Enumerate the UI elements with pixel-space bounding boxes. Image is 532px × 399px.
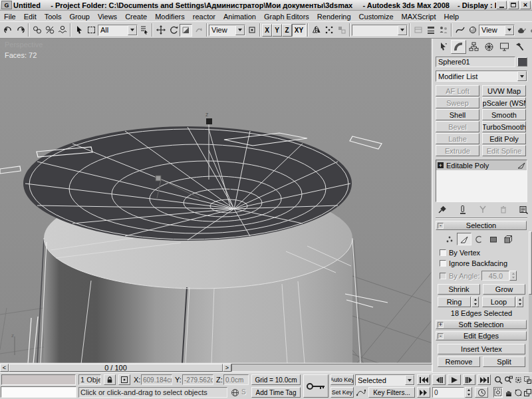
grow-button[interactable]: Grow bbox=[483, 284, 525, 295]
menu-views[interactable]: Views bbox=[94, 13, 121, 21]
ring-button[interactable]: Ring bbox=[438, 297, 471, 307]
curve-editor-button[interactable] bbox=[454, 24, 466, 37]
next-frame-button[interactable] bbox=[463, 374, 475, 385]
mirror-button[interactable] bbox=[310, 24, 323, 37]
selection-lock-button[interactable] bbox=[104, 374, 116, 385]
select-scale-button[interactable] bbox=[180, 24, 192, 37]
play-button[interactable] bbox=[448, 374, 461, 385]
edit-edges-rollout-header[interactable]: - Edit Edges bbox=[436, 331, 527, 340]
panel-scrollbar[interactable] bbox=[529, 231, 532, 372]
panel-scrollbar-thumb[interactable] bbox=[529, 231, 532, 295]
collapse-icon[interactable]: - bbox=[438, 333, 444, 339]
restore-button[interactable] bbox=[508, 1, 519, 9]
loop-button[interactable]: Loop bbox=[482, 297, 515, 307]
add-time-tag[interactable]: Add Time Tag bbox=[251, 387, 301, 398]
time-slider-track[interactable] bbox=[231, 364, 432, 372]
remove-button[interactable]: Remove bbox=[438, 356, 480, 367]
unlink-button[interactable] bbox=[43, 24, 56, 37]
show-end-result-button[interactable] bbox=[458, 205, 467, 214]
modifier-stack-entry[interactable]: + Editable Poly bbox=[436, 160, 527, 170]
menu-animation[interactable]: Animation bbox=[219, 13, 260, 21]
menu-help[interactable]: Help bbox=[440, 13, 464, 21]
z-coordinate-field[interactable]: 0.0cm bbox=[223, 374, 249, 385]
menu-customize[interactable]: Customize bbox=[355, 13, 398, 21]
frame-spinner[interactable] bbox=[465, 387, 472, 398]
time-step-forward-button[interactable]: > bbox=[223, 364, 231, 372]
collapse-icon[interactable]: - bbox=[438, 223, 444, 229]
perspective-viewport[interactable]: z z x bbox=[0, 39, 432, 364]
insert-vertex-button[interactable]: Insert Vertex bbox=[438, 344, 525, 354]
configure-modifier-sets-button[interactable] bbox=[519, 205, 528, 214]
loop-spinner[interactable] bbox=[516, 297, 523, 307]
minimize-button[interactable] bbox=[496, 1, 507, 9]
y-coordinate-field[interactable]: -279.562cm bbox=[182, 374, 213, 385]
stack-expand-icon[interactable]: + bbox=[438, 162, 444, 168]
render-type-dropdown[interactable]: View bbox=[479, 25, 515, 36]
menu-rendering[interactable]: Rendering bbox=[313, 13, 355, 21]
restrict-x-button[interactable]: X bbox=[262, 24, 272, 37]
current-frame-field[interactable]: 0 bbox=[432, 387, 464, 398]
border-mode-button[interactable] bbox=[471, 233, 486, 245]
modifier-button-turbosmooth[interactable]: TurboSmooth bbox=[482, 121, 526, 132]
manage-layers-button[interactable] bbox=[424, 24, 437, 37]
expand-icon[interactable]: + bbox=[438, 322, 444, 328]
dropdown-arrow-icon[interactable] bbox=[405, 375, 414, 385]
modifier-button-edit-poly[interactable]: Edit Poly bbox=[482, 133, 526, 144]
select-object-button[interactable] bbox=[72, 24, 85, 37]
layer-manager-button[interactable] bbox=[412, 24, 424, 37]
maxscript-listener-pink[interactable] bbox=[1, 374, 76, 385]
tab-create[interactable] bbox=[436, 40, 451, 54]
modifier-button-smooth[interactable]: Smooth bbox=[482, 109, 526, 120]
go-to-end-button[interactable] bbox=[477, 374, 491, 385]
align-button[interactable] bbox=[335, 24, 348, 37]
tab-motion[interactable] bbox=[481, 40, 497, 54]
selection-filter-dropdown[interactable]: All bbox=[98, 25, 138, 36]
zoom-button[interactable] bbox=[493, 374, 503, 385]
select-by-name-button[interactable] bbox=[138, 24, 150, 37]
selection-set-dropdown[interactable]: Selected bbox=[355, 374, 415, 386]
set-keys-button[interactable] bbox=[303, 374, 329, 398]
menu-file[interactable]: File bbox=[0, 13, 20, 21]
auto-key-button[interactable]: Auto Key bbox=[331, 374, 354, 385]
dropdown-arrow-icon[interactable] bbox=[235, 25, 245, 35]
previous-frame-button[interactable] bbox=[432, 374, 446, 385]
reference-coordinate-dropdown[interactable]: View bbox=[209, 25, 245, 36]
ignore-backfacing-checkbox[interactable] bbox=[440, 260, 446, 267]
zoom-extents-all-button[interactable] bbox=[523, 374, 532, 385]
snaps-toggle-button[interactable] bbox=[323, 24, 335, 37]
rect-selection-region-button[interactable] bbox=[85, 24, 98, 37]
key-filters-button[interactable]: Key Filters... bbox=[368, 387, 415, 398]
menu-graph-editors[interactable]: Graph Editors bbox=[260, 13, 313, 21]
menu-modifiers[interactable]: Modifiers bbox=[151, 13, 189, 21]
named-selection-sets-dropdown[interactable] bbox=[352, 25, 408, 36]
schematic-view-button[interactable] bbox=[437, 24, 450, 37]
object-name-field[interactable] bbox=[436, 57, 515, 67]
restrict-xy-plane-button[interactable]: XY bbox=[292, 24, 306, 37]
edge-mode-button[interactable] bbox=[457, 233, 471, 245]
menu-reactor[interactable]: reactor bbox=[189, 13, 219, 21]
zoom-all-button[interactable] bbox=[503, 374, 513, 385]
dropdown-arrow-icon[interactable] bbox=[517, 71, 527, 81]
menu-tools[interactable]: Tools bbox=[41, 13, 66, 21]
default-in-out-tangents-button[interactable] bbox=[355, 387, 367, 398]
restrict-z-button[interactable]: Z bbox=[282, 24, 292, 37]
redo-button[interactable] bbox=[14, 24, 27, 37]
globe-status-icon[interactable] bbox=[229, 387, 240, 398]
x-coordinate-field[interactable]: 609.184cm bbox=[141, 374, 172, 385]
set-key-button[interactable]: Set Key bbox=[331, 387, 354, 398]
ring-spinner[interactable] bbox=[471, 297, 479, 307]
select-link-button[interactable] bbox=[31, 24, 43, 37]
absolute-offset-toggle[interactable] bbox=[118, 374, 130, 385]
go-to-start-button[interactable] bbox=[417, 374, 430, 385]
pin-stack-button[interactable] bbox=[438, 205, 447, 214]
element-mode-button[interactable] bbox=[501, 233, 515, 245]
time-configuration-button[interactable] bbox=[475, 387, 488, 398]
close-button[interactable]: × bbox=[520, 1, 531, 9]
modifier-button-mapscaler[interactable]: apScaler (WSM bbox=[482, 97, 526, 108]
quick-render-button[interactable] bbox=[527, 24, 532, 37]
zoom-extents-button[interactable] bbox=[514, 374, 523, 385]
modifier-list-dropdown[interactable]: Modifier List bbox=[436, 70, 527, 82]
bind-spacewarp-button[interactable] bbox=[56, 24, 68, 37]
restrict-y-button[interactable]: Y bbox=[272, 24, 282, 37]
dropdown-arrow-icon[interactable] bbox=[128, 25, 137, 35]
